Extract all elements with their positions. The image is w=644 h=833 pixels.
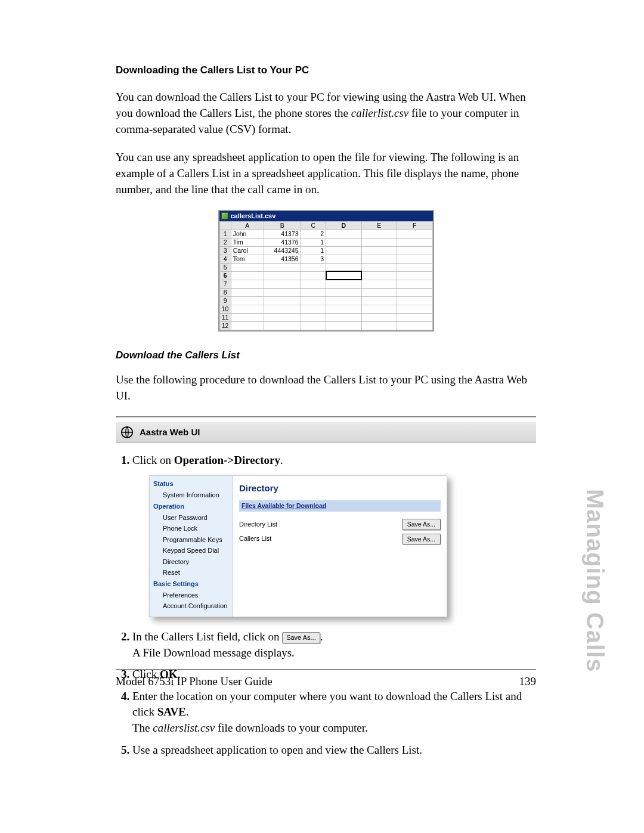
col-header: F bbox=[397, 221, 433, 230]
nav-item[interactable]: Phone Lock bbox=[150, 524, 233, 534]
cell bbox=[361, 263, 397, 271]
cell bbox=[326, 296, 362, 305]
cell bbox=[397, 296, 433, 305]
row-number: 7 bbox=[219, 280, 231, 288]
cell bbox=[361, 313, 397, 321]
cell bbox=[397, 321, 433, 330]
cell bbox=[264, 280, 301, 288]
download-name: Callers List bbox=[239, 534, 271, 543]
table-row: 1John413732 bbox=[219, 230, 432, 238]
cell bbox=[264, 313, 301, 321]
cell bbox=[326, 313, 362, 321]
cell bbox=[301, 280, 326, 288]
paragraph-1: You can download the Callers List to you… bbox=[116, 89, 536, 138]
download-name: Directory List bbox=[239, 520, 277, 529]
cell bbox=[397, 230, 433, 238]
cell bbox=[361, 305, 397, 313]
cell bbox=[326, 263, 362, 271]
cell bbox=[264, 305, 301, 313]
paragraph-2: You can use any spreadsheet application … bbox=[116, 150, 536, 198]
cell bbox=[326, 280, 362, 288]
nav-item[interactable]: System Information bbox=[150, 490, 233, 501]
cell: 1 bbox=[301, 246, 326, 255]
cell bbox=[326, 321, 362, 330]
row-number: 10 bbox=[219, 305, 231, 313]
nav-section: Operation bbox=[150, 501, 233, 512]
nav-item[interactable]: User Password bbox=[150, 513, 233, 524]
cell bbox=[397, 263, 433, 271]
aastra-label: Aastra Web UI bbox=[140, 427, 200, 437]
webui-screenshot: StatusSystem InformationOperationUser Pa… bbox=[149, 475, 447, 617]
cell bbox=[326, 238, 362, 246]
table-row: 3Carol44432451 bbox=[219, 246, 432, 255]
nav-item[interactable]: Programmable Keys bbox=[150, 534, 233, 545]
page-number: 139 bbox=[519, 675, 537, 688]
col-header: A bbox=[231, 221, 264, 230]
cell: 3 bbox=[301, 255, 326, 263]
menu-path: Operation->Directory bbox=[174, 454, 280, 466]
cell bbox=[361, 255, 397, 263]
cell bbox=[301, 271, 326, 280]
cell bbox=[397, 305, 433, 313]
save-as-button[interactable]: Save As... bbox=[402, 534, 441, 545]
col-header: B bbox=[264, 221, 301, 230]
webui-nav: StatusSystem InformationOperationUser Pa… bbox=[150, 476, 233, 617]
nav-item[interactable]: Account Configuration bbox=[150, 601, 233, 612]
row-number: 12 bbox=[219, 321, 231, 330]
webui-title: Directory bbox=[239, 482, 441, 494]
row-number: 4 bbox=[219, 255, 231, 263]
row-number: 11 bbox=[219, 313, 231, 321]
cell bbox=[326, 255, 362, 263]
table-row: 10 bbox=[219, 305, 432, 313]
text: file downloads to your computer. bbox=[215, 721, 367, 734]
col-header: D bbox=[326, 221, 362, 230]
save-as-button[interactable]: Save As... bbox=[402, 519, 441, 530]
webui-subtitle: Files Available for Download bbox=[239, 500, 441, 512]
cell bbox=[264, 321, 301, 330]
cell: Tim bbox=[231, 238, 264, 246]
globe-icon bbox=[120, 426, 134, 439]
cell bbox=[397, 288, 433, 296]
save-as-button-inline[interactable]: Save As... bbox=[282, 632, 320, 643]
row-number: 1 bbox=[219, 230, 231, 238]
nav-item[interactable]: Preferences bbox=[150, 590, 233, 600]
footer-title: Model 6753i IP Phone User Guide bbox=[116, 675, 273, 688]
nav-item[interactable]: Keypad Speed Dial bbox=[150, 546, 233, 556]
cell bbox=[361, 238, 397, 246]
aastra-bar: Aastra Web UI bbox=[116, 422, 536, 443]
cell: 41373 bbox=[264, 230, 301, 238]
cell: 1 bbox=[301, 238, 326, 246]
cell bbox=[361, 296, 397, 305]
cell bbox=[231, 296, 264, 305]
table-row: 6 bbox=[219, 271, 432, 280]
cell bbox=[326, 246, 362, 255]
cell: Carol bbox=[231, 246, 264, 255]
download-row: Directory ListSave As... bbox=[239, 519, 441, 530]
row-number: 3 bbox=[219, 246, 231, 255]
table-row: 8 bbox=[219, 288, 432, 296]
row-number: 5 bbox=[219, 263, 231, 271]
nav-item[interactable]: Directory bbox=[150, 556, 233, 567]
cell bbox=[231, 305, 264, 313]
excel-icon bbox=[221, 212, 228, 219]
cell bbox=[231, 313, 264, 321]
filename: callerslist.csv bbox=[153, 721, 215, 734]
nav-item[interactable]: Reset bbox=[150, 567, 233, 578]
heading-sub: Download the Callers List bbox=[116, 349, 536, 361]
step-1: Click on Operation->Directory. StatusSys… bbox=[132, 453, 536, 617]
spreadsheet-screenshot: callersList.csv ABCDEF 1John4137322Tim41… bbox=[218, 210, 434, 332]
header-row: ABCDEF bbox=[219, 221, 432, 230]
text: . bbox=[280, 454, 283, 466]
cell bbox=[361, 321, 397, 330]
table-row: 5 bbox=[219, 263, 432, 271]
table-row: 4Tom413563 bbox=[219, 255, 432, 263]
table-row: 9 bbox=[219, 296, 432, 305]
text: The bbox=[132, 721, 153, 734]
cell: Tom bbox=[231, 255, 264, 263]
cell bbox=[231, 321, 264, 330]
filename: callerlist.csv bbox=[351, 107, 409, 119]
cell bbox=[361, 280, 397, 288]
page-content: Downloading the Callers List to Your PC … bbox=[116, 64, 536, 764]
table-row: 7 bbox=[219, 280, 432, 288]
step-5: Use a spreadsheet application to open an… bbox=[132, 742, 536, 758]
